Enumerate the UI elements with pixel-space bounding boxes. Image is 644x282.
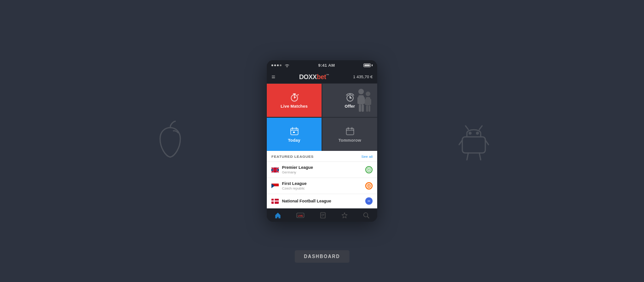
svg-marker-53 bbox=[342, 213, 347, 218]
tomorrow-label: Tommorow bbox=[339, 138, 361, 143]
featured-leagues: FEATURED LEAGUES See all Premier League … bbox=[267, 151, 377, 208]
svg-line-3 bbox=[466, 126, 468, 129]
svg-line-55 bbox=[368, 217, 369, 219]
svg-rect-20 bbox=[359, 104, 361, 112]
search-icon bbox=[363, 212, 369, 219]
live-icon: LIVE bbox=[296, 213, 305, 218]
league-info-premier: Premier League Germany bbox=[282, 165, 362, 174]
logo-tm: ™ bbox=[326, 74, 329, 77]
league-item-nfl[interactable]: National Football League bbox=[267, 194, 377, 208]
svg-rect-27 bbox=[368, 105, 370, 112]
nav-favorites[interactable] bbox=[338, 211, 351, 219]
nav-betslip[interactable] bbox=[316, 211, 330, 219]
svg-point-16 bbox=[358, 89, 364, 94]
hamburger-icon[interactable]: ≡ bbox=[271, 74, 275, 80]
svg-line-7 bbox=[467, 153, 468, 160]
see-all-button[interactable]: See all bbox=[362, 155, 373, 159]
league-item-premier[interactable]: Premier League Germany bbox=[267, 162, 377, 178]
star-icon bbox=[341, 212, 348, 219]
bottom-nav: LIVE bbox=[267, 208, 377, 222]
balance-display: 1 435,70 € bbox=[353, 75, 373, 79]
live-matches-label: Live Matches bbox=[281, 104, 308, 109]
status-bar-left bbox=[271, 63, 290, 68]
wifi-icon bbox=[284, 63, 290, 68]
offer-label: Offer bbox=[345, 104, 355, 109]
league-country-first: Czech republic bbox=[282, 186, 362, 190]
league-item-first[interactable]: First League Czech republic bbox=[267, 178, 377, 194]
league-name-nfl: National Football League bbox=[282, 199, 362, 203]
featured-leagues-title: FEATURED LEAGUES bbox=[271, 155, 314, 159]
today-label: Today bbox=[288, 138, 300, 143]
svg-text:LIVE: LIVE bbox=[298, 214, 303, 217]
svg-point-1 bbox=[469, 132, 471, 134]
calendar-outline-icon bbox=[345, 126, 355, 136]
betslip-icon bbox=[320, 212, 326, 219]
svg-point-9 bbox=[287, 66, 288, 67]
svg-rect-18 bbox=[357, 97, 360, 104]
sport-icon-soccer bbox=[365, 166, 373, 173]
logo-doxx: DOXX bbox=[299, 73, 316, 81]
nav-search[interactable] bbox=[359, 211, 373, 219]
svg-point-22 bbox=[366, 92, 370, 96]
league-name-first: First League bbox=[282, 181, 362, 186]
svg-line-4 bbox=[479, 126, 482, 129]
app-logo: DOXXbet™ bbox=[299, 73, 329, 81]
players-silhouette bbox=[336, 87, 377, 117]
tiles-grid: Live Matches bbox=[267, 84, 377, 151]
today-tile[interactable]: Today bbox=[267, 118, 322, 151]
status-bar: 9:41 AM bbox=[267, 60, 377, 70]
svg-point-2 bbox=[477, 132, 478, 134]
svg-rect-37 bbox=[346, 128, 354, 135]
phone-frame: 9:41 AM ≡ DOXXbet™ 1 435,70 € L bbox=[267, 60, 377, 222]
signal-dot-3 bbox=[277, 64, 279, 66]
svg-rect-21 bbox=[362, 104, 364, 112]
league-name-premier: Premier League bbox=[282, 165, 362, 170]
flag-cz bbox=[271, 184, 279, 189]
stopwatch-icon bbox=[289, 92, 299, 102]
svg-rect-24 bbox=[365, 99, 367, 105]
nav-live[interactable]: LIVE bbox=[293, 212, 308, 219]
sport-icon-basketball bbox=[365, 182, 373, 190]
svg-rect-25 bbox=[369, 99, 371, 105]
nav-home[interactable] bbox=[271, 211, 285, 219]
svg-rect-0 bbox=[462, 137, 485, 153]
flag-dk bbox=[271, 199, 279, 204]
tomorrow-tile[interactable]: Tommorow bbox=[322, 118, 377, 151]
svg-rect-51 bbox=[321, 213, 325, 218]
sport-icon-football bbox=[365, 197, 373, 205]
live-matches-tile[interactable]: Live Matches bbox=[267, 84, 322, 117]
flag-uk bbox=[271, 167, 279, 173]
svg-rect-36 bbox=[293, 132, 295, 133]
home-icon bbox=[275, 212, 281, 219]
battery bbox=[363, 63, 373, 67]
signal-dot-2 bbox=[274, 64, 276, 66]
svg-line-8 bbox=[479, 153, 481, 160]
signal-dot-1 bbox=[271, 64, 273, 66]
status-time: 9:41 AM bbox=[318, 63, 335, 68]
alarm-icon bbox=[345, 92, 355, 102]
league-info-first: First League Czech republic bbox=[282, 181, 362, 190]
league-info-nfl: National Football League bbox=[282, 199, 362, 204]
svg-rect-19 bbox=[362, 97, 365, 104]
svg-rect-26 bbox=[366, 105, 368, 112]
offer-tile[interactable]: Offer bbox=[322, 84, 377, 117]
android-logo bbox=[455, 119, 492, 163]
featured-leagues-header: FEATURED LEAGUES See all bbox=[267, 151, 377, 162]
apple-logo bbox=[152, 119, 189, 163]
svg-line-15 bbox=[298, 95, 299, 96]
dashboard-button[interactable]: DASHBOARD bbox=[295, 250, 350, 263]
signal-dot-4 bbox=[280, 64, 282, 66]
calendar-icon bbox=[289, 126, 299, 136]
logo-bet: bet bbox=[317, 73, 326, 81]
league-country-premier: Germany bbox=[282, 170, 362, 174]
svg-point-42 bbox=[368, 169, 370, 171]
app-header: ≡ DOXXbet™ 1 435,70 € bbox=[267, 70, 377, 84]
